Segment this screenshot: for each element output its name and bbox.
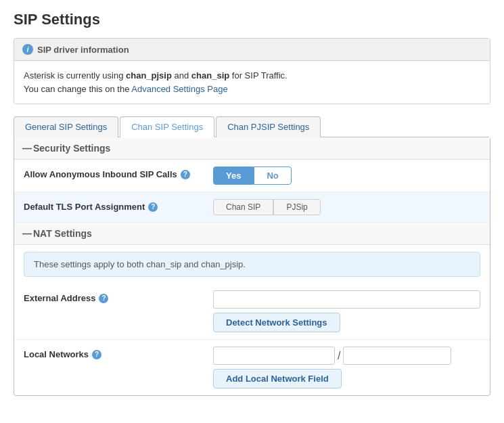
- info-line2: You can change this on the Advanced Sett…: [24, 83, 480, 96]
- tls-port-row: Default TLS Port Assignment ? Chan SIP P…: [14, 192, 490, 223]
- tls-toggle-group: Chan SIP PJSip: [213, 199, 480, 215]
- tls-help-icon[interactable]: ?: [148, 202, 158, 212]
- local-networks-help-icon[interactable]: ?: [92, 350, 101, 359]
- external-address-help-icon[interactable]: ?: [99, 294, 108, 303]
- security-section-header: Security Settings: [14, 137, 490, 160]
- tab-content: Security Settings Allow Anonymous Inboun…: [14, 137, 490, 396]
- chan-sip-tls-btn[interactable]: Chan SIP: [213, 199, 273, 215]
- nat-section-header: NAT Settings: [14, 223, 490, 245]
- tabs: General SIP Settings Chan SIP Settings C…: [14, 116, 490, 137]
- tab-chan-pjsip[interactable]: Chan PJSIP Settings: [216, 116, 321, 137]
- info-box-header: i SIP driver information: [14, 39, 490, 61]
- add-local-network-button[interactable]: Add Local Network Field: [213, 369, 342, 388]
- tab-general-sip[interactable]: General SIP Settings: [14, 116, 118, 137]
- page-title: SIP Settings: [14, 11, 490, 28]
- info-box: i SIP driver information Asterisk is cur…: [14, 38, 490, 104]
- info-icon: i: [22, 44, 33, 55]
- detect-network-button[interactable]: Detect Network Settings: [213, 313, 340, 332]
- info-line1: Asterisk is currently using chan_pjsip a…: [24, 69, 480, 83]
- local-networks-label: Local Networks ?: [24, 347, 213, 359]
- external-address-input[interactable]: [213, 290, 480, 309]
- advanced-settings-link[interactable]: Advanced Settings Page: [131, 84, 227, 94]
- page-container: SIP Settings i SIP driver information As…: [0, 0, 504, 407]
- info-box-title: SIP driver information: [37, 45, 129, 55]
- external-address-row: External Address ? Detect Network Settin…: [14, 284, 490, 340]
- allow-anon-control: Yes No: [213, 166, 480, 185]
- external-address-label: External Address ?: [24, 290, 213, 303]
- no-button[interactable]: No: [254, 166, 291, 185]
- nat-info-box: These settings apply to both chan_sip an…: [24, 252, 480, 277]
- slash-separator: /: [338, 350, 340, 362]
- yes-button[interactable]: Yes: [213, 166, 254, 185]
- allow-anon-row: Allow Anonymous Inbound SIP Calls ? Yes …: [14, 160, 490, 192]
- pjsip-tls-btn[interactable]: PJSip: [273, 199, 320, 215]
- info-box-body: Asterisk is currently using chan_pjsip a…: [14, 61, 490, 104]
- external-address-control: Detect Network Settings: [213, 290, 480, 332]
- local-networks-control: / Add Local Network Field: [213, 347, 480, 388]
- local-network-address-input[interactable]: [213, 347, 335, 365]
- tls-port-control: Chan SIP PJSip: [213, 199, 480, 215]
- tls-port-label: Default TLS Port Assignment ?: [24, 199, 213, 212]
- local-network-subnet-input[interactable]: [343, 347, 451, 365]
- local-network-inputs: /: [213, 347, 480, 365]
- yes-no-toggle: Yes No: [213, 166, 480, 185]
- tab-chan-sip[interactable]: Chan SIP Settings: [120, 116, 214, 137]
- allow-anon-label: Allow Anonymous Inbound SIP Calls ?: [24, 166, 213, 179]
- local-networks-row: Local Networks ? / Add Local Network Fie…: [14, 340, 490, 395]
- allow-anon-help-icon[interactable]: ?: [181, 170, 190, 179]
